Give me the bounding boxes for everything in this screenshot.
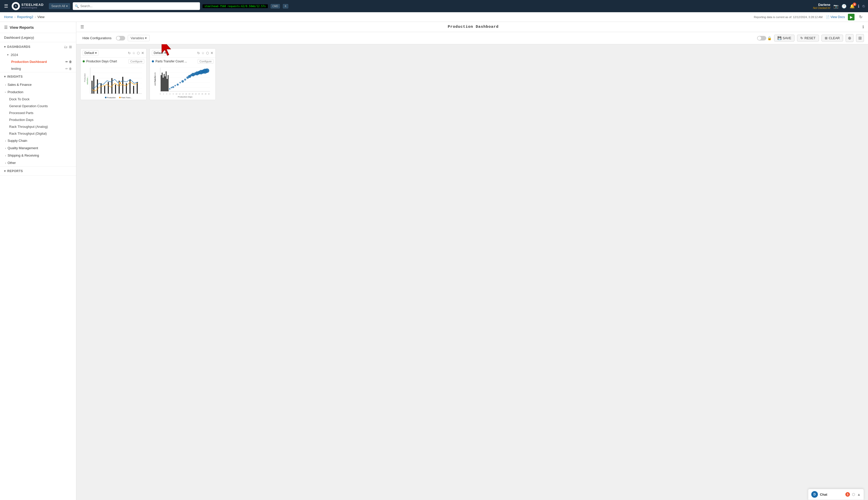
chart-2-external-icon[interactable]: ⬡ xyxy=(206,51,209,55)
dashboard-info-icon[interactable]: ℹ xyxy=(863,24,864,29)
chart-1-close-icon[interactable]: ✕ xyxy=(141,51,144,55)
delete-icon[interactable]: 🗑 xyxy=(69,60,72,64)
new-folder-icon[interactable]: 🗂 xyxy=(64,45,67,49)
svg-point-52 xyxy=(177,83,179,86)
chat-chevron-icon[interactable]: ▲ xyxy=(857,492,860,497)
breadcrumb: Home › Reporting2 › View xyxy=(4,15,45,19)
delete-icon[interactable]: 🗑 xyxy=(69,67,72,70)
cmd-button[interactable]: CMD xyxy=(271,4,280,8)
dashboard-menu-icon[interactable]: ☰ xyxy=(80,24,84,29)
svg-rect-43 xyxy=(164,74,165,91)
svg-point-53 xyxy=(179,82,181,83)
year-2024-item[interactable]: ▾ 2024 xyxy=(0,52,76,58)
sidebar-item-rack-analog[interactable]: Rack Throughput (Analog) xyxy=(0,123,76,130)
svg-text:arts Transfer: arts Transfer xyxy=(154,76,156,86)
svg-text:oduction...: oduction... xyxy=(86,76,89,84)
camera-icon[interactable]: 📷 xyxy=(833,4,838,9)
sidebar-item-processed-parts[interactable]: Processed Parts xyxy=(0,110,76,116)
hide-config-toggle[interactable] xyxy=(116,36,125,41)
sidebar-group-other[interactable]: › Other xyxy=(0,159,76,167)
chart-1-configure-button[interactable]: Configure xyxy=(128,59,144,64)
sidebar-item-production-days[interactable]: Production Days xyxy=(0,116,76,123)
save-button[interactable]: 💾 SAVE xyxy=(774,35,795,42)
lock-icon: 🔒 xyxy=(767,36,772,40)
k-button[interactable]: K xyxy=(283,4,288,8)
svg-point-51 xyxy=(175,85,176,86)
notification-icon[interactable]: 🔔 9 xyxy=(850,4,855,9)
chart-1-selector[interactable]: Default ▾ xyxy=(83,50,98,56)
chart-card-1-header: Default ▾ ↻ ☆ ⬡ ✕ xyxy=(81,49,146,58)
reset-button[interactable]: ↻ RESET xyxy=(797,35,819,42)
testing-item[interactable]: testing ✏ 🗑 xyxy=(0,65,76,72)
chart-1-refresh-icon[interactable]: ↻ xyxy=(128,51,131,55)
chat-expand-icon[interactable]: ⬡ xyxy=(852,492,855,497)
logout-icon[interactable]: ⎋ xyxy=(863,4,865,8)
clear-icon: ⊞ xyxy=(825,36,828,40)
grid-icon[interactable]: ⊞ xyxy=(69,45,72,49)
sidebar-item-general-operation[interactable]: General Operation Counts xyxy=(0,103,76,110)
sidebar-group-sales[interactable]: › Sales & Finance xyxy=(0,81,76,88)
play-button[interactable]: ▶ xyxy=(848,14,855,20)
chart-2-star-icon[interactable]: ☆ xyxy=(201,51,204,55)
chart-1-external-icon[interactable]: ⬡ xyxy=(137,51,140,55)
search-icon: 🔍 xyxy=(75,4,79,8)
svg-rect-21 xyxy=(122,77,124,94)
insights-section: ▾ INSIGHTS › Sales & Finance › Productio… xyxy=(0,72,76,167)
clock-icon[interactable]: 🕐 xyxy=(842,4,847,9)
search-input[interactable] xyxy=(80,4,198,8)
svg-text:10: 10 xyxy=(176,93,177,95)
breadcrumb-home[interactable]: Home xyxy=(4,15,13,19)
system-info: steelhead-7560 requests:62/0.50mb/12.57s xyxy=(202,4,268,8)
insights-section-header[interactable]: ▾ INSIGHTS xyxy=(0,72,76,81)
sidebar-menu-icon[interactable]: ☰ xyxy=(4,25,8,30)
chart-card-2: Default ▾ ↻ ☆ ⬡ ✕ Pa xyxy=(150,48,216,100)
reports-section: ▾ REPORTS xyxy=(0,167,76,176)
variables-button[interactable]: Variables ▾ xyxy=(128,35,150,41)
svg-point-27 xyxy=(105,97,106,98)
svg-rect-44 xyxy=(165,76,166,91)
clear-button[interactable]: ⊞ CLEAR xyxy=(821,35,843,42)
chart-2-configure-button[interactable]: Configure xyxy=(198,59,213,64)
svg-rect-41 xyxy=(162,72,163,91)
sidebar-item-dock-to-dock[interactable]: Dock To Dock xyxy=(0,96,76,103)
edit-icon[interactable]: ✏ xyxy=(66,67,68,70)
hide-configurations-button[interactable]: Hide Configurations xyxy=(80,35,114,41)
sidebar-group-production[interactable]: › Production xyxy=(0,88,76,96)
hamburger-icon[interactable]: ☰ xyxy=(3,2,9,10)
breadcrumb-reporting[interactable]: Reporting2 xyxy=(17,15,33,19)
search-all-button[interactable]: Search All ▾ xyxy=(49,3,70,9)
svg-rect-40 xyxy=(161,75,162,91)
sidebar-group-quality[interactable]: › Quality Management xyxy=(0,144,76,152)
edit-icon[interactable]: ✏ xyxy=(66,60,68,64)
chart-1-title: Production Days Chart xyxy=(86,59,127,63)
dashboards-section-header[interactable]: ▾ DASHBOARDS 🗂 ⊞ xyxy=(0,42,76,52)
chart-2-selector[interactable]: Default ▾ xyxy=(152,50,168,56)
view-docs-button[interactable]: 📄 View Docs xyxy=(826,15,845,19)
logo-icon: S xyxy=(12,2,20,10)
chart-1-star-icon[interactable]: ☆ xyxy=(132,51,135,55)
chart-2-refresh-icon[interactable]: ↻ xyxy=(197,51,200,55)
lock-toggle[interactable] xyxy=(757,36,766,41)
reports-section-header[interactable]: ▾ REPORTS xyxy=(0,167,76,175)
sidebar-item-rack-digital[interactable]: Rack Throughput (Digital) xyxy=(0,130,76,137)
svg-rect-14 xyxy=(97,79,98,94)
add-widget-button[interactable]: ⊕ xyxy=(846,34,854,42)
svg-text:26: 26 xyxy=(201,93,203,95)
info-icon[interactable]: ℹ xyxy=(858,4,859,9)
svg-text:24: 24 xyxy=(198,93,200,95)
save-icon: 💾 xyxy=(777,36,782,40)
svg-rect-16 xyxy=(104,86,105,93)
sidebar-group-shipping[interactable]: › Shipping & Receiving xyxy=(0,152,76,159)
sidebar-legacy-item[interactable]: Dashboard (Legacy) xyxy=(0,33,76,42)
svg-point-50 xyxy=(172,86,174,88)
chart-2-close-icon[interactable]: ✕ xyxy=(210,51,213,55)
sidebar: ☰ View Reports Dashboard (Legacy) ▾ DASH… xyxy=(0,22,76,500)
sidebar-group-supply-chain[interactable]: › Supply Chain xyxy=(0,137,76,144)
layout-button[interactable]: ⊞ xyxy=(856,34,864,42)
top-nav: ☰ S STEELHEAD technologies Search All ▾ … xyxy=(0,0,868,12)
refresh-button[interactable]: ↻ xyxy=(858,14,864,20)
production-dashboard-item[interactable]: Production Dashboard ✏ 🗑 xyxy=(0,58,76,65)
sidebar-title: View Reports xyxy=(10,25,34,30)
charts-row: Default ▾ ↻ ☆ ⬡ ✕ Pr xyxy=(80,48,864,100)
chat-badge: 5 xyxy=(845,492,850,497)
